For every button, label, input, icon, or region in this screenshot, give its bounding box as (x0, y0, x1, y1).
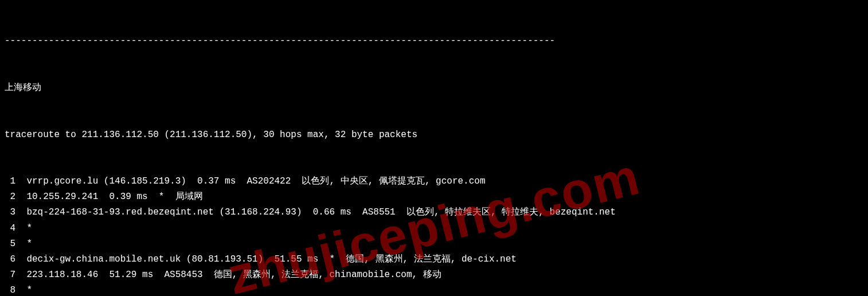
hop-body: * (26, 223, 32, 233)
hop-body: vrrp.gcore.lu (146.185.219.3) 0.37 ms AS… (26, 176, 485, 186)
hop-body: decix-gw.china.mobile.net.uk (80.81.193.… (26, 254, 517, 264)
command-line: traceroute to 211.136.112.50 (211.136.11… (5, 127, 863, 143)
hop-line: 3 bzq-224-168-31-93.red.bezeqint.net (31… (5, 205, 863, 220)
header-line: 上海移动 (5, 80, 863, 96)
hop-line: 1 vrrp.gcore.lu (146.185.219.3) 0.37 ms … (5, 174, 863, 189)
hop-number: 1 (5, 176, 15, 186)
hop-body: * (26, 239, 32, 249)
hop-line: 8 * (5, 283, 863, 296)
hop-line: 2 10.255.29.241 0.39 ms * 局域网 (5, 189, 863, 205)
hop-line: 6 decix-gw.china.mobile.net.uk (80.81.19… (5, 252, 863, 267)
hop-number: 8 (5, 285, 15, 295)
hop-number: 4 (5, 223, 15, 233)
hop-number: 5 (5, 239, 15, 249)
separator-line: ----------------------------------------… (5, 33, 863, 49)
hop-body: 10.255.29.241 0.39 ms * 局域网 (26, 192, 202, 202)
hop-number: 2 (5, 192, 15, 202)
hop-number: 3 (5, 207, 15, 217)
hop-body: bzq-224-168-31-93.red.bezeqint.net (31.1… (26, 207, 615, 217)
hop-body: * (26, 285, 32, 295)
hop-number: 6 (5, 254, 15, 264)
hop-line: 5 * (5, 236, 863, 252)
hop-line: 7 223.118.18.46 51.29 ms AS58453 德国, 黑森州… (5, 267, 863, 283)
hop-line: 4 * (5, 221, 863, 236)
hop-number: 7 (5, 270, 15, 280)
terminal-output: ----------------------------------------… (0, 0, 868, 296)
hop-body: 223.118.18.46 51.29 ms AS58453 德国, 黑森州, … (26, 270, 441, 280)
hop-list: 1 vrrp.gcore.lu (146.185.219.3) 0.37 ms … (5, 174, 863, 296)
